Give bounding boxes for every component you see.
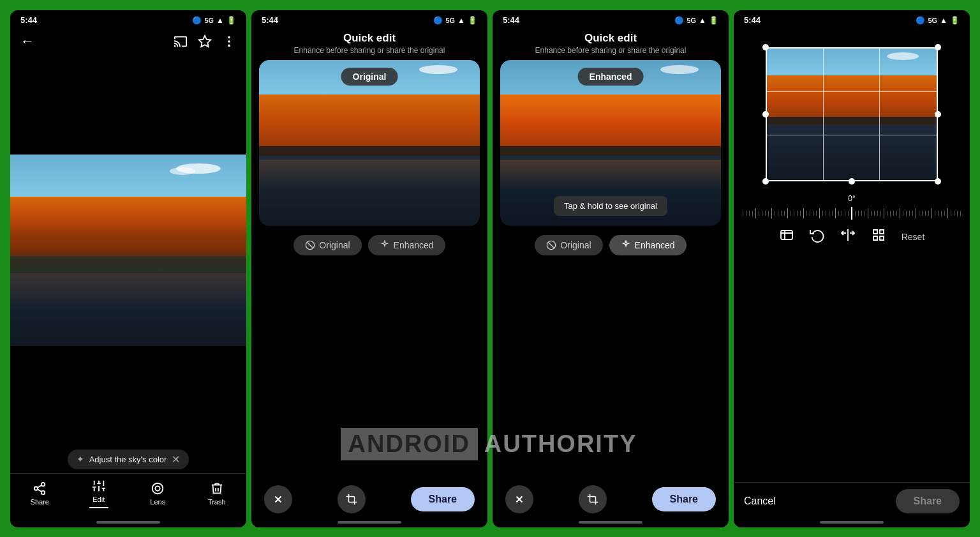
status-bar-1: 5:44 🔵 5G ▲ 🔋 — [10, 10, 246, 28]
signal-text-2: 5G — [445, 17, 455, 24]
crop-icon-2 — [346, 494, 357, 505]
signal-text: 5G — [204, 17, 214, 24]
tap-hold-tooltip: Tap & hold to see original — [554, 196, 667, 216]
rotate-icon — [810, 227, 825, 243]
original-label-2: Original — [319, 240, 350, 250]
close-icon-2 — [272, 494, 284, 505]
image-card-2[interactable]: Original — [259, 60, 480, 226]
battery-icon-2: 🔋 — [468, 16, 477, 25]
rotation-ticks[interactable] — [740, 206, 963, 221]
close-button-3[interactable] — [505, 485, 533, 513]
rotation-bar: 0° — [734, 194, 970, 221]
svg-point-19 — [156, 486, 160, 490]
svg-point-5 — [34, 487, 38, 490]
screen-2: 5:44 🔵 5G ▲ 🔋 Quick edit Enhance before … — [251, 10, 487, 527]
aspect-ratio-button[interactable] — [779, 227, 794, 246]
bt-icon-4: 🔵 — [916, 16, 925, 25]
star-button[interactable] — [198, 34, 212, 49]
edit-bottom-button[interactable]: Edit — [80, 479, 118, 508]
status-bar-4: 5:44 🔵 5G ▲ 🔋 — [734, 10, 970, 28]
freeform-icon — [871, 227, 886, 243]
enhanced-toggle-3[interactable]: Enhanced — [609, 235, 687, 255]
crop-button-2[interactable] — [338, 485, 366, 513]
share-button-2[interactable]: Share — [411, 487, 475, 511]
enhanced-icon-2 — [380, 240, 390, 250]
status-bar-2: 5:44 🔵 5G ▲ 🔋 — [251, 10, 487, 28]
crop-handle-bl[interactable] — [762, 178, 769, 185]
image-card-3[interactable]: Enhanced Tap & hold to see original — [500, 60, 721, 226]
freeform-button[interactable] — [871, 227, 886, 246]
cloud-2a — [419, 65, 457, 74]
original-toggle-3[interactable]: Original — [535, 235, 602, 255]
battery-icon: 🔋 — [226, 16, 236, 25]
image-label-3: Enhanced — [578, 68, 644, 86]
original-toggle-2[interactable]: Original — [293, 235, 361, 255]
signal-icon-2: ▲ — [457, 16, 465, 25]
trash-bottom-button[interactable]: Trash — [198, 481, 236, 506]
enhanced-toggle-2[interactable]: Enhanced — [368, 235, 445, 255]
trash-icon — [210, 481, 224, 495]
crop-handle-br[interactable] — [935, 178, 941, 185]
status-icons-1: 🔵 5G ▲ 🔋 — [192, 16, 236, 25]
mirror-button[interactable] — [840, 227, 856, 246]
time-1: 5:44 — [20, 15, 37, 25]
svg-marker-0 — [199, 35, 211, 46]
crop-handle-tr[interactable] — [935, 44, 941, 50]
share-bottom-button[interactable]: Share — [20, 481, 59, 506]
crop-button-3[interactable] — [579, 485, 607, 513]
enhanced-label-3: Enhanced — [635, 240, 675, 250]
lens-bottom-button[interactable]: Lens — [138, 481, 177, 506]
share-label: Share — [31, 498, 49, 506]
share-icon — [33, 481, 47, 495]
cloud-2 — [170, 167, 195, 175]
signal-text-3: 5G — [687, 17, 696, 24]
crop-trees — [766, 75, 938, 123]
toolbar-1: ← — [10, 28, 246, 55]
tool-row: Reset — [779, 221, 925, 253]
status-icons-3: 🔵 5G ▲ 🔋 — [674, 16, 718, 25]
star-icon — [198, 34, 212, 49]
svg-point-1 — [228, 36, 230, 38]
close-button-2[interactable] — [264, 485, 292, 513]
share-button-4[interactable]: Share — [896, 489, 960, 513]
back-button[interactable]: ← — [20, 33, 34, 50]
bottom-actions-3: Share — [493, 478, 729, 518]
hint-close-button[interactable]: ✕ — [172, 453, 180, 465]
original-label-3: Original — [560, 240, 591, 250]
signal-text-4: 5G — [928, 17, 937, 24]
rotation-angle: 0° — [740, 194, 963, 203]
crop-container[interactable] — [766, 47, 938, 181]
image-label-2: Original — [341, 68, 398, 86]
edit-icon — [92, 479, 106, 493]
svg-point-3 — [228, 44, 230, 47]
header-title-3: Quick edit — [503, 32, 718, 45]
quick-edit-header-3: Quick edit Enhance before sharing or sha… — [493, 28, 729, 60]
share-button-3[interactable]: Share — [652, 487, 716, 511]
reset-button[interactable]: Reset — [902, 232, 925, 242]
bt-icon-2: 🔵 — [433, 16, 443, 25]
more-button[interactable] — [222, 34, 236, 49]
home-indicator-4 — [734, 518, 970, 527]
toolbar-right — [174, 34, 236, 49]
header-subtitle-2: Enhance before sharing or share the orig… — [262, 46, 477, 55]
crop-handle-tl[interactable] — [762, 44, 769, 50]
rotate-button[interactable] — [810, 227, 825, 246]
bottom-bar-1: Share Edit Lens Trash — [10, 473, 246, 518]
cast-button[interactable] — [174, 34, 188, 49]
quick-edit-header-2: Quick edit Enhance before sharing or sha… — [251, 28, 487, 60]
cancel-button[interactable]: Cancel — [744, 495, 776, 507]
battery-icon-3: 🔋 — [709, 16, 718, 25]
crop-water — [766, 125, 938, 181]
photo-area-1[interactable] — [10, 55, 246, 446]
hint-pill: ✦ Adjust the sky's color ✕ — [68, 450, 189, 469]
hint-icon: ✦ — [77, 454, 84, 464]
crop-handle-bc[interactable] — [849, 178, 855, 185]
crop-handle-mr[interactable] — [935, 111, 941, 117]
status-bar-3: 5:44 🔵 5G ▲ 🔋 — [493, 10, 729, 28]
foreground-layer — [10, 250, 246, 273]
crop-handle-ml[interactable] — [762, 111, 769, 117]
trees-2 — [259, 95, 480, 153]
home-bar-4 — [820, 521, 884, 524]
svg-point-4 — [41, 482, 45, 486]
svg-line-25 — [549, 242, 554, 248]
